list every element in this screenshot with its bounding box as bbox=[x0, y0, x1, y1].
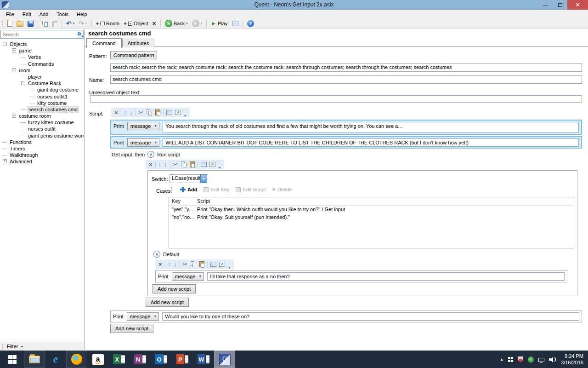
play-button[interactable]: ►Play bbox=[209, 20, 229, 27]
taskbar-app-firefox[interactable] bbox=[66, 351, 87, 368]
menu-edit[interactable]: Edit bbox=[18, 10, 35, 18]
tree-item[interactable]: nurses outfit bbox=[0, 126, 84, 132]
move-up-icon[interactable]: ↑ bbox=[124, 109, 127, 116]
clock[interactable]: 9:24 PM 3/16/2016 bbox=[561, 353, 583, 366]
taskbar-app-internet-explorer[interactable]: e bbox=[45, 351, 66, 368]
forward-button[interactable]: ►▾ bbox=[191, 19, 204, 28]
taskbar-app-word[interactable]: W bbox=[193, 351, 214, 368]
tree-item-label[interactable]: giant penis costume worn bbox=[27, 132, 84, 139]
tree-item-label[interactable]: player bbox=[27, 74, 43, 80]
move-up-icon[interactable]: ↑ bbox=[168, 261, 171, 268]
open-file-button[interactable] bbox=[15, 20, 25, 27]
move-down-icon[interactable]: ↓ bbox=[164, 161, 167, 168]
tree-item[interactable]: −Objects bbox=[0, 41, 84, 47]
delete-icon[interactable]: × bbox=[114, 109, 118, 116]
popout-icon[interactable]: ↗ bbox=[175, 110, 181, 115]
copy-icon[interactable] bbox=[191, 261, 197, 267]
help-button[interactable]: ? bbox=[246, 20, 255, 28]
tree-item-label[interactable]: room bbox=[18, 67, 31, 74]
menu-tools[interactable]: Tools bbox=[52, 10, 73, 18]
switch-expression-field[interactable]: LCase(result) bbox=[170, 174, 201, 183]
tree-item[interactable]: −Costume Rack bbox=[0, 80, 84, 86]
tree-item[interactable]: giant penis costume worn bbox=[0, 132, 84, 139]
undo-dropdown-icon[interactable]: ▾ bbox=[73, 22, 75, 25]
add-new-script-button-main[interactable]: Add new script bbox=[110, 324, 153, 333]
expand-toggle-icon[interactable]: − bbox=[21, 81, 25, 85]
expand-toggle-icon[interactable]: − bbox=[12, 48, 16, 52]
new-file-button[interactable] bbox=[6, 20, 14, 27]
pattern-type-select[interactable]: Command pattern▼ bbox=[110, 51, 157, 59]
script-row-print-3[interactable]: Print message▼ Would you like to try one… bbox=[110, 310, 582, 322]
tree-item-label[interactable]: kitty costume bbox=[36, 100, 68, 106]
filter-button[interactable]: Filter bbox=[7, 344, 18, 349]
expand-toggle-icon[interactable]: − bbox=[3, 42, 7, 46]
tree-item-label[interactable]: Walkthrough bbox=[9, 152, 39, 158]
move-down-icon[interactable]: ↓ bbox=[174, 261, 177, 268]
tree-item-label[interactable]: costume room bbox=[18, 113, 52, 119]
delete-case-button[interactable]: ×Delete bbox=[272, 186, 292, 193]
back-button[interactable]: ◄Back▾ bbox=[164, 19, 189, 28]
cut-icon[interactable]: ✂ bbox=[183, 261, 188, 268]
network-icon[interactable] bbox=[538, 358, 544, 362]
tab-command[interactable]: Command bbox=[86, 38, 122, 48]
case-row[interactable]: "no","no...Print "Okay. Suit yourself (p… bbox=[169, 213, 574, 221]
tree-item[interactable]: +Advanced bbox=[0, 158, 84, 165]
tree-item[interactable]: Walkthrough bbox=[0, 152, 84, 158]
add-new-script-button-runscript[interactable]: Add new script bbox=[146, 298, 189, 307]
close-button[interactable]: ✕ bbox=[567, 0, 588, 10]
expression-dropdown-button[interactable]: ▼ bbox=[200, 174, 207, 183]
tree-item[interactable]: Functions bbox=[0, 139, 84, 145]
print-type-select[interactable]: message▼ bbox=[127, 312, 159, 321]
delete-button[interactable]: × bbox=[151, 20, 158, 27]
move-down-icon[interactable]: ↓ bbox=[130, 109, 133, 116]
edit-key-button[interactable]: Edit Key bbox=[204, 187, 229, 192]
back-dropdown-icon[interactable]: ▾ bbox=[186, 22, 188, 25]
name-field[interactable]: search costumes cmd bbox=[110, 75, 582, 84]
expand-toggle-icon[interactable]: − bbox=[12, 68, 16, 72]
case-row[interactable]: "yes","y...Print "Okay then. Which outfi… bbox=[169, 206, 574, 213]
tree-item[interactable]: kitty costume bbox=[0, 100, 84, 106]
copy-icon[interactable] bbox=[147, 109, 153, 115]
filter-dropdown-icon[interactable]: ▼ bbox=[20, 345, 23, 348]
print-message-field[interactable]: You search through the rack of old costu… bbox=[163, 122, 579, 133]
delete-icon[interactable]: × bbox=[158, 261, 162, 268]
taskbar-app-excel[interactable]: X bbox=[108, 351, 130, 368]
sync-status-icon[interactable]: ✓ bbox=[528, 356, 534, 362]
hidden-icons-button[interactable]: ▲ bbox=[500, 357, 503, 362]
minimize-button[interactable]: — bbox=[538, 0, 553, 10]
overflow-icon[interactable]: ▼ bbox=[228, 266, 231, 269]
forward-dropdown-icon[interactable]: ▾ bbox=[201, 22, 203, 25]
tree-item-label[interactable]: game bbox=[18, 47, 33, 54]
script-row-print-2[interactable]: Print message▼ WILL ADD A LIST CONTAINER… bbox=[110, 136, 582, 149]
print-message-field[interactable]: I'll take that response as a no then? bbox=[207, 272, 565, 281]
print-message-field[interactable]: Would you like to try one of these on? bbox=[162, 312, 579, 321]
tree-item[interactable]: −costume room bbox=[0, 113, 84, 119]
tree-item-label[interactable]: nurses outfit1 bbox=[36, 93, 68, 100]
volume-icon[interactable] bbox=[549, 356, 556, 362]
key-column-header[interactable]: Key bbox=[169, 197, 194, 205]
popout-icon[interactable]: ↗ bbox=[209, 162, 215, 167]
save-button[interactable] bbox=[26, 20, 35, 27]
pattern-field[interactable]: search rack; search the rack; search cos… bbox=[110, 63, 582, 72]
overflow-icon[interactable]: ▼ bbox=[218, 166, 221, 169]
tree-item[interactable]: player bbox=[0, 74, 84, 80]
expand-toggle-icon[interactable]: + bbox=[3, 159, 7, 163]
taskbar-app-outlook[interactable]: O bbox=[151, 351, 172, 368]
tree-item-label[interactable]: nurses outfit bbox=[27, 126, 57, 132]
popout-icon[interactable]: ↗ bbox=[219, 262, 225, 267]
delete-icon[interactable]: × bbox=[149, 161, 153, 168]
add-object-button[interactable]: +Object bbox=[122, 20, 149, 27]
tree-item-label[interactable]: Verbs bbox=[27, 54, 42, 60]
move-up-icon[interactable]: ↑ bbox=[158, 161, 162, 168]
paste-icon[interactable] bbox=[199, 261, 204, 267]
tree-item-label[interactable]: giant dog costume bbox=[36, 86, 79, 93]
copy-button[interactable] bbox=[41, 20, 50, 27]
tree-item[interactable]: fuzzy kitten costume bbox=[0, 119, 84, 126]
tree-item-label[interactable]: Advanced bbox=[9, 158, 33, 165]
code-view-icon[interactable] bbox=[210, 262, 216, 267]
tree-item[interactable]: Commands bbox=[0, 61, 84, 67]
taskbar-app-powerpoint[interactable]: P bbox=[172, 351, 193, 368]
script-row-print-1[interactable]: Print message▼ You search through the ra… bbox=[110, 120, 582, 135]
taskbar-app-amazon[interactable]: a bbox=[87, 351, 108, 368]
print-type-select[interactable]: message▼ bbox=[172, 272, 204, 281]
